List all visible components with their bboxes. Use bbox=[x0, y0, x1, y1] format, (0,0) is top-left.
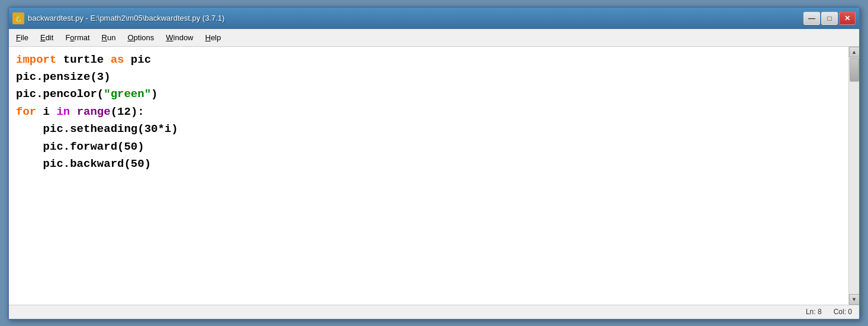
title-bar: 🐍 backwardtest.py - E:\pmath2\m05\backwa… bbox=[9, 8, 859, 29]
scroll-up-arrow[interactable]: ▲ bbox=[849, 47, 860, 57]
scroll-down-arrow[interactable]: ▼ bbox=[849, 294, 860, 305]
menu-bar: File Edit Format Run Options Window Help bbox=[9, 29, 859, 47]
code-editor[interactable]: import turtle as pic pic.pensize(3) pic.… bbox=[9, 47, 848, 305]
menu-run[interactable]: Run bbox=[97, 31, 121, 44]
menu-options[interactable]: Options bbox=[123, 31, 159, 44]
line-number: Ln: 8 bbox=[806, 308, 822, 316]
window-title: backwardtest.py - E:\pmath2\m05\backward… bbox=[28, 14, 224, 22]
vertical-scrollbar: ▲ ▼ bbox=[848, 47, 859, 305]
scroll-thumb[interactable] bbox=[850, 58, 859, 82]
status-bar: Ln: 8 Col: 0 bbox=[9, 305, 859, 319]
maximize-button[interactable]: □ bbox=[821, 12, 838, 25]
main-window: 🐍 backwardtest.py - E:\pmath2\m05\backwa… bbox=[8, 7, 860, 320]
close-button[interactable]: ✕ bbox=[839, 12, 856, 25]
title-bar-buttons: — □ ✕ bbox=[803, 12, 856, 25]
col-number: Col: 0 bbox=[834, 308, 852, 316]
menu-file[interactable]: File bbox=[11, 31, 33, 44]
app-icon: 🐍 bbox=[12, 12, 24, 24]
menu-format[interactable]: Format bbox=[60, 31, 94, 44]
menu-edit[interactable]: Edit bbox=[36, 31, 58, 44]
minimize-button[interactable]: — bbox=[803, 12, 820, 25]
scroll-track[interactable] bbox=[849, 57, 859, 294]
title-bar-left: 🐍 backwardtest.py - E:\pmath2\m05\backwa… bbox=[12, 12, 224, 24]
menu-help[interactable]: Help bbox=[201, 31, 226, 44]
menu-window[interactable]: Window bbox=[161, 31, 198, 44]
editor-area: import turtle as pic pic.pensize(3) pic.… bbox=[9, 47, 859, 305]
